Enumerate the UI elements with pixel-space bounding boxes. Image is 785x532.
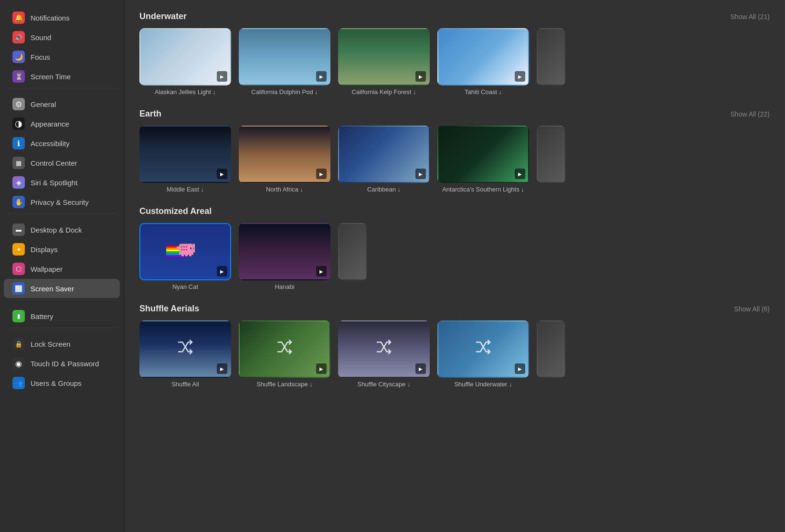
focus-icon: 🌙: [12, 51, 25, 63]
play-button[interactable]: ▶: [316, 363, 327, 374]
svg-rect-23: [183, 249, 185, 251]
wallpaper-thumb-shuffle-cityscape: ▶: [338, 320, 430, 378]
wallpaper-label-california-kelp: California Kelp Forest ↓: [351, 88, 416, 96]
wallpaper-item-caribbean[interactable]: ▶Caribbean ↓: [338, 126, 430, 193]
sidebar-item-users-groups[interactable]: 👥Users & Groups: [4, 373, 120, 393]
screen-saver-icon: ⬜: [12, 282, 25, 295]
wallpaper-grid-earth: ▶Middle East ↓▶North Africa ↓▶Caribbean …: [139, 126, 770, 193]
svg-rect-20: [183, 246, 185, 248]
shuffle-icon: [275, 338, 294, 361]
sidebar-item-wallpaper[interactable]: ⬡Wallpaper: [4, 259, 120, 278]
wallpaper-thumb-north-africa: ▶: [239, 126, 330, 183]
wallpaper-item-shuffle-landscape[interactable]: ▶Shuffle Landscape ↓: [239, 320, 330, 388]
wallpaper-item-tahiti-coast[interactable]: ▶Tahiti Coast ↓: [437, 28, 529, 96]
wallpaper-grid-shuffle-aerials: ▶Shuffle All ▶Shuffle Landscape ↓ ▶Shuff…: [139, 320, 770, 388]
wallpaper-label-nyan-cat: Nyan Cat: [172, 283, 198, 290]
wallpaper-item-hanabi[interactable]: ▶Hanabi: [239, 223, 330, 290]
play-button[interactable]: ▶: [415, 363, 426, 374]
play-button[interactable]: ▶: [316, 71, 327, 82]
wallpaper-item-north-africa[interactable]: ▶North Africa ↓: [239, 126, 330, 193]
section-earth: EarthShow All (22)▶Middle East ↓▶North A…: [139, 109, 770, 193]
show-all-shuffle-aerials[interactable]: Show All (6): [734, 305, 770, 313]
privacy-label: Privacy & Security: [31, 198, 89, 206]
wallpaper-item-shuffle-cityscape[interactable]: ▶Shuffle Cityscape ↓: [338, 320, 430, 388]
section-title-earth: Earth: [139, 109, 161, 119]
sidebar-item-sound[interactable]: 🔊Sound: [4, 28, 120, 47]
wallpaper-item-partial: [537, 126, 565, 193]
play-button[interactable]: ▶: [316, 169, 327, 179]
displays-icon: ✦: [12, 243, 25, 255]
sidebar-item-siri[interactable]: ◈Siri & Spotlight: [4, 173, 120, 192]
play-button[interactable]: ▶: [217, 266, 227, 277]
play-button[interactable]: ▶: [217, 169, 227, 179]
sound-label: Sound: [31, 33, 51, 42]
users-groups-label: Users & Groups: [31, 379, 82, 387]
wallpaper-item-california-kelp[interactable]: ▶California Kelp Forest ↓: [338, 28, 430, 96]
sidebar-item-privacy[interactable]: ✋Privacy & Security: [4, 192, 120, 212]
sidebar-item-displays[interactable]: ✦Displays: [4, 240, 120, 259]
wallpaper-item-shuffle-underwater[interactable]: ▶Shuffle Underwater ↓: [437, 320, 529, 388]
battery-icon: ▮: [12, 310, 25, 322]
accessibility-label: Accessibility: [31, 139, 70, 148]
play-button[interactable]: ▶: [515, 71, 525, 82]
svg-rect-9: [190, 248, 191, 249]
play-button[interactable]: ▶: [316, 266, 327, 277]
wallpaper-thumb-caribbean: ▶: [338, 126, 430, 183]
play-button[interactable]: ▶: [515, 169, 525, 179]
wallpaper-item-california-dolphin[interactable]: ▶California Dolphin Pod ↓: [239, 28, 330, 96]
wallpaper-item-nyan-cat[interactable]: ▶Nyan Cat: [139, 223, 231, 290]
sidebar-item-notifications[interactable]: 🔔Notifications: [4, 8, 120, 27]
section-title-customized-areal: Customized Areal: [139, 206, 212, 216]
sidebar-item-accessibility[interactable]: ℹAccessibility: [4, 134, 120, 153]
sidebar-item-appearance[interactable]: ◑Appearance: [4, 114, 120, 133]
svg-rect-8: [189, 246, 195, 253]
wallpaper-label-hanabi: Hanabi: [275, 283, 294, 290]
sidebar-separator: [8, 300, 116, 305]
wallpaper-item-partial: [537, 320, 565, 388]
wallpaper-label-north-africa: North Africa ↓: [266, 186, 303, 193]
show-all-earth[interactable]: Show All (22): [731, 110, 770, 118]
wallpaper-item-alaskan-jellies[interactable]: ▶Alaskan Jellies Light ↓: [139, 28, 231, 96]
show-all-underwater[interactable]: Show All (21): [731, 13, 770, 21]
sidebar-item-desktop-dock[interactable]: ▬Desktop & Dock: [4, 220, 120, 239]
sound-icon: 🔊: [12, 31, 25, 43]
sidebar-item-touch-id[interactable]: ◉Touch ID & Password: [4, 354, 120, 373]
sidebar-item-control-center[interactable]: ▦Control Center: [4, 153, 120, 172]
general-icon: ⚙: [12, 98, 25, 110]
desktop-dock-icon: ▬: [12, 223, 25, 236]
sidebar-item-screen-saver[interactable]: ⬜Screen Saver: [4, 279, 120, 298]
wallpaper-label-california-dolphin: California Dolphin Pod ↓: [251, 88, 318, 96]
sidebar-item-general[interactable]: ⚙General: [4, 95, 120, 114]
sidebar-separator: [8, 88, 116, 93]
wallpaper-label-shuffle-landscape: Shuffle Landscape ↓: [256, 381, 313, 388]
svg-rect-21: [186, 246, 187, 248]
play-button[interactable]: ▶: [217, 363, 227, 374]
sidebar-item-battery[interactable]: ▮Battery: [4, 307, 120, 326]
screen-time-label: Screen Time: [31, 73, 71, 81]
section-header-customized-areal: Customized Areal: [139, 206, 770, 216]
siri-icon: ◈: [12, 176, 25, 189]
section-header-underwater: UnderwaterShow All (21): [139, 11, 770, 21]
play-button[interactable]: ▶: [515, 363, 525, 374]
wallpaper-grid-underwater: ▶Alaskan Jellies Light ↓▶California Dolp…: [139, 28, 770, 96]
svg-rect-22: [181, 249, 182, 251]
shuffle-icon: [176, 338, 195, 361]
wallpaper-thumb-shuffle-underwater: ▶: [437, 320, 529, 378]
general-label: General: [31, 100, 56, 108]
lock-screen-label: Lock Screen: [31, 340, 70, 348]
sidebar-item-focus[interactable]: 🌙Focus: [4, 47, 120, 66]
sidebar-item-screen-time[interactable]: ⏳Screen Time: [4, 67, 120, 86]
users-groups-icon: 👥: [12, 377, 25, 389]
wallpaper-item-partial: [338, 223, 367, 290]
play-button[interactable]: ▶: [415, 169, 426, 179]
wallpaper-item-shuffle-all[interactable]: ▶Shuffle All: [139, 320, 231, 388]
main-content: UnderwaterShow All (21)▶Alaskan Jellies …: [124, 0, 785, 532]
wallpaper-item-partial: [537, 28, 565, 96]
play-button[interactable]: ▶: [217, 71, 227, 82]
wallpaper-thumb-tahiti-coast: ▶: [437, 28, 529, 85]
play-button[interactable]: ▶: [415, 71, 426, 82]
wallpaper-item-middle-east[interactable]: ▶Middle East ↓: [139, 126, 231, 193]
sidebar-item-lock-screen[interactable]: 🔒Lock Screen: [4, 334, 120, 353]
wallpaper-icon: ⬡: [12, 263, 25, 275]
wallpaper-item-antarctica[interactable]: ▶Antarctica's Southern Lights ↓: [437, 126, 529, 193]
